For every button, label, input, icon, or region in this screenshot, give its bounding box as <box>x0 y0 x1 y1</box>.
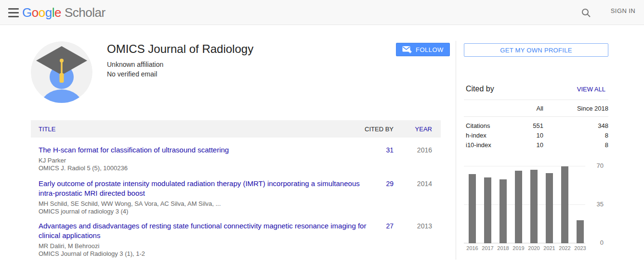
article-title-link[interactable]: Early outcome of prostate intensity modu… <box>39 179 371 198</box>
menu-button[interactable] <box>5 4 22 21</box>
citations-label[interactable]: Citations <box>464 121 508 131</box>
x-tick-label: 2023 <box>574 245 586 251</box>
citation-bar-2022[interactable] <box>561 166 568 243</box>
article-title-link[interactable]: The H-scan format for classification of … <box>39 145 371 155</box>
article-row: Early outcome of prostate intensity modu… <box>31 179 441 215</box>
scholar-logo[interactable]: Google Scholar <box>22 5 105 20</box>
avatar <box>31 41 92 103</box>
topbar: Google Scholar SIGN IN <box>0 0 644 25</box>
scholar-logo-text: Scholar <box>65 5 105 20</box>
y-tick-label: 70 <box>589 162 604 169</box>
i10-index-all-value: 10 <box>508 140 543 150</box>
cited-by-panel: Cited by VIEW ALL All Since 2018 Citatio… <box>464 81 608 150</box>
article-row: The H-scan format for classification of … <box>31 145 441 172</box>
article-year: 2013 <box>417 222 432 230</box>
profile-email: No verified email <box>107 70 157 78</box>
x-tick-label: 2017 <box>482 245 493 251</box>
citation-bar-2018[interactable] <box>499 179 507 243</box>
citations-chart-plot <box>464 166 585 243</box>
citations-since-value: 348 <box>543 121 608 131</box>
get-my-own-profile-button[interactable]: GET MY OWN PROFILE <box>464 43 608 57</box>
h-index-label[interactable]: h-index <box>464 131 508 140</box>
y-tick-label: 0 <box>589 239 604 246</box>
citation-bar-2020[interactable] <box>530 170 538 243</box>
article-venue: OMICS J. Radiol 5 (5), 1000236 <box>39 164 441 172</box>
sort-by-title-button[interactable]: TITLE <box>39 126 55 133</box>
cited-by-count-link[interactable]: 31 <box>386 146 394 154</box>
sort-by-year-button[interactable]: YEAR <box>415 126 432 133</box>
google-logo-letters: Google <box>22 5 61 20</box>
x-tick-label: 2022 <box>559 245 570 251</box>
i10-index-label[interactable]: i10-index <box>464 140 508 150</box>
y-tick-label: 35 <box>589 201 604 208</box>
cited-by-column-headers: All Since 2018 <box>464 100 608 117</box>
citation-bar-2019[interactable] <box>515 171 522 243</box>
article-authors: MH Schild, SE Schild, WW Wong, SA Vora, … <box>39 200 441 208</box>
col-since-label: Since 2018 <box>543 105 608 112</box>
article-venue: OMICS journal of radiology 3 (4) <box>39 208 441 215</box>
citation-bar-2021[interactable] <box>546 173 553 243</box>
article-title-link[interactable]: Advantages and disadvantages of resting … <box>39 221 371 240</box>
i10-index-since-value: 8 <box>543 140 608 150</box>
article-authors: KJ Parker <box>39 157 441 164</box>
search-button[interactable] <box>578 5 594 21</box>
follow-envelope-icon <box>402 46 412 53</box>
citations-all-value: 551 <box>508 121 543 131</box>
x-tick-label: 2019 <box>513 245 524 251</box>
h-index-all-value: 10 <box>508 131 543 140</box>
article-venue: OMICS Journal of Radiology 3 (1), 1-2 <box>39 250 441 258</box>
article-row: Advantages and disadvantages of resting … <box>31 221 441 258</box>
cited-by-title: Cited by <box>466 85 494 93</box>
citation-bar-2016[interactable] <box>469 174 476 243</box>
vertical-divider <box>456 41 456 260</box>
view-all-link[interactable]: VIEW ALL <box>577 86 605 93</box>
x-tick-label: 2021 <box>543 245 555 251</box>
x-tick-label: 2020 <box>528 245 539 251</box>
article-year: 2016 <box>417 146 432 154</box>
cited-by-count-link[interactable]: 27 <box>386 222 394 230</box>
articles-header-row: TITLE CITED BY YEAR <box>31 120 441 138</box>
citation-bar-2017[interactable] <box>484 177 491 243</box>
h-index-since-value: 8 <box>543 131 608 140</box>
profile-name: OMICS Journal of Radiology <box>107 42 253 56</box>
follow-button[interactable]: FOLLOW <box>396 43 450 56</box>
cited-by-count-link[interactable]: 29 <box>386 180 394 188</box>
sign-in-button[interactable]: SIGN IN <box>611 7 635 14</box>
article-authors: MR Daliri, M Behroozi <box>39 242 441 250</box>
sort-by-citations-label: CITED BY <box>365 126 394 133</box>
h-index-row: h-index 10 8 <box>464 131 608 140</box>
page: Google Scholar SIGN IN OMICS Journal of … <box>0 0 644 264</box>
x-tick-label: 2016 <box>466 245 478 251</box>
citations-per-year-chart: 20162017201820192020202120222023 03570 <box>464 163 608 259</box>
col-all-label: All <box>508 105 543 112</box>
citations-row: Citations 551 348 <box>464 121 608 131</box>
profile-affiliation: Unknown affiliation <box>107 61 163 68</box>
citation-bar-2023[interactable] <box>577 220 584 243</box>
articles-table: TITLE CITED BY YEAR The H-scan format fo… <box>31 120 441 138</box>
i10-index-row: i10-index 10 8 <box>464 140 608 150</box>
follow-button-label: FOLLOW <box>416 46 444 53</box>
search-icon <box>581 8 591 18</box>
article-year: 2014 <box>417 180 432 188</box>
hamburger-icon <box>8 8 19 10</box>
x-tick-label: 2018 <box>497 245 509 251</box>
